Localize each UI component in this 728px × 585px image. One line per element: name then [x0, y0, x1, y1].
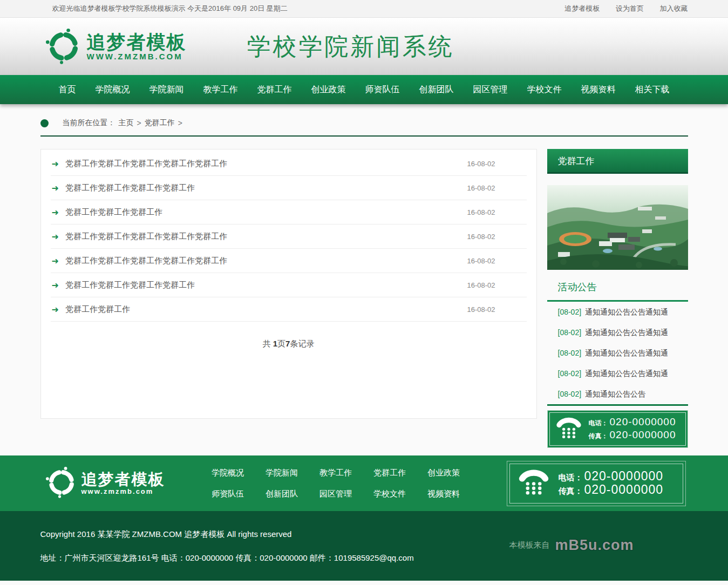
logo-url: WWW.ZMZMB.COM: [87, 52, 187, 61]
footer-link-college-overview[interactable]: 学院概况: [212, 468, 244, 478]
breadcrumb-section: 当前所在位置： 主页 > 党群工作 >: [40, 104, 688, 137]
footer-link-video-resources[interactable]: 视频资料: [427, 489, 460, 499]
sidebar-section-title: 党群工作: [547, 149, 688, 174]
footer-link-school-files[interactable]: 学校文件: [373, 489, 406, 499]
arrow-right-icon: ➜: [52, 232, 59, 242]
article-row: ➜ 党群工作党群工作党群工作党群工作 16-08-02: [51, 273, 527, 297]
notice-board: 活动公告 [08-02]通知通知公告公告通知通 [08-02]通知通知公告公告通…: [547, 276, 688, 406]
nav-item-party-work[interactable]: 党群工作: [257, 75, 292, 104]
footer-link-college-news[interactable]: 学院新闻: [266, 468, 298, 478]
notice-link[interactable]: 通知通知公告公告通知通: [585, 369, 668, 378]
article-title-link[interactable]: 党群工作党群工作党群工作党群工作党群工作: [65, 256, 467, 266]
fax-label: 传真：: [589, 430, 608, 442]
credit-prefix: 本模板来自: [509, 540, 549, 550]
topbar-link-add-favorite[interactable]: 加入收藏: [660, 4, 688, 12]
article-title-link[interactable]: 党群工作党群工作党群工作党群工作: [65, 280, 467, 290]
phone-label: 电话：: [559, 472, 583, 484]
address-text: 地址：广州市天河区迎龙路161号 电话：020-0000000 传真：020-0…: [40, 553, 688, 563]
notice-item[interactable]: [08-02]通知通知公告公告通知通: [547, 343, 688, 363]
pagination-page-label: 页: [277, 339, 285, 348]
article-date: 16-08-02: [467, 233, 495, 241]
notice-link[interactable]: 通知通知公告公告: [585, 390, 645, 398]
article-date: 16-08-02: [467, 160, 495, 168]
breadcrumb-home-link[interactable]: 主页: [119, 118, 134, 128]
notice-item[interactable]: [08-02]通知通知公告公告通知通: [547, 322, 688, 343]
topbar-link-set-homepage[interactable]: 设为首页: [616, 4, 644, 12]
notice-item[interactable]: [08-02]通知通知公告公告通知通: [547, 363, 688, 384]
breadcrumb-current-link[interactable]: 党群工作: [145, 118, 175, 128]
breadcrumb-label: 当前所在位置：: [63, 118, 115, 128]
article-title-link[interactable]: 党群工作党群工作党群工作: [65, 207, 467, 217]
notice-item[interactable]: [08-02]通知通知公告公告: [547, 384, 688, 404]
footer-logo-text: 追梦者模板 www.zmzmb.com: [81, 471, 165, 495]
template-credit: 本模板来自 mB5u.com: [509, 537, 634, 554]
article-title-link[interactable]: 党群工作党群工作: [65, 304, 467, 315]
article-row: ➜ 党群工作党群工作党群工作党群工作党群工作 16-08-02: [51, 225, 527, 249]
main-content: ➜ 党群工作党群工作党群工作党群工作党群工作 16-08-02 ➜ 党群工作党群…: [40, 149, 688, 448]
article-list: ➜ 党群工作党群工作党群工作党群工作党群工作 16-08-02 ➜ 党群工作党群…: [40, 149, 537, 419]
footer-link-party-work[interactable]: 党群工作: [373, 468, 406, 478]
nav-item-faculty[interactable]: 师资队伍: [365, 75, 400, 104]
article-date: 16-08-02: [467, 257, 495, 265]
fax-number: 020-0000000: [610, 429, 676, 441]
breadcrumb-separator: >: [137, 119, 141, 127]
site-header: 追梦者模板 WWW.ZMZMB.COM 学校学院新闻系统: [0, 18, 728, 75]
nav-item-startup-policy[interactable]: 创业政策: [311, 75, 346, 104]
topbar-link-template-home[interactable]: 追梦者模板: [564, 4, 600, 12]
phone-number: 020-0000000: [610, 416, 676, 428]
notice-date: [08-02]: [558, 390, 582, 398]
footer-logo-title: 追梦者模板: [81, 471, 165, 487]
arrow-right-icon: ➜: [52, 159, 59, 169]
mb5u-logo[interactable]: mB5u.com: [555, 537, 634, 554]
nav-item-college-overview[interactable]: 学院概况: [96, 75, 130, 104]
nav-item-school-files[interactable]: 学校文件: [527, 75, 562, 104]
article-date: 16-08-02: [467, 184, 495, 192]
nav-item-campus-management[interactable]: 园区管理: [473, 75, 508, 104]
welcome-text: 欢迎光临追梦者模板学校学院系统模板演示 今天是2016年 09月 20日 星期二: [40, 4, 288, 13]
article-date: 16-08-02: [467, 208, 495, 216]
footer-link-faculty[interactable]: 师资队伍: [212, 489, 244, 499]
sidebar: 党群工作: [547, 149, 688, 448]
logo-swirl-icon: [46, 29, 81, 64]
pagination-prefix: 共: [263, 339, 273, 348]
footer-link-startup-policy[interactable]: 创业政策: [427, 468, 460, 478]
phone-number: 020-0000000: [584, 470, 664, 482]
nav-item-home[interactable]: 首页: [59, 75, 76, 104]
article-date: 16-08-02: [467, 281, 495, 289]
sidebar-contact-card: 电话： 020-0000000 传真： 020-0000000: [547, 410, 688, 448]
arrow-right-icon: ➜: [52, 183, 59, 193]
notice-link[interactable]: 通知通知公告公告通知通: [585, 328, 668, 337]
site-title: 学校学院新闻系统: [247, 31, 454, 63]
pagination: 共 1页7条记录: [51, 339, 527, 349]
topbar-links: 追梦者模板 设为首页 加入收藏: [550, 4, 688, 13]
telephone-icon: [555, 416, 582, 442]
nav-item-teaching[interactable]: 教学工作: [203, 75, 238, 104]
notice-link[interactable]: 通知通知公告公告通知通: [585, 349, 668, 357]
notice-link[interactable]: 通知通知公告公告通知通: [585, 308, 668, 316]
arrow-right-icon: ➜: [52, 304, 59, 315]
phone-label: 电话：: [589, 417, 608, 429]
article-title-link[interactable]: 党群工作党群工作党群工作党群工作: [65, 183, 467, 193]
notice-date: [08-02]: [558, 328, 582, 337]
nav-item-downloads[interactable]: 相关下载: [635, 75, 670, 104]
footer-logo[interactable]: 追梦者模板 www.zmzmb.com: [46, 467, 165, 500]
footer-link-innovation-team[interactable]: 创新团队: [266, 489, 298, 499]
article-row: ➜ 党群工作党群工作党群工作党群工作党群工作 16-08-02: [51, 152, 527, 176]
article-title-link[interactable]: 党群工作党群工作党群工作党群工作党群工作: [65, 159, 467, 169]
article-title-link[interactable]: 党群工作党群工作党群工作党群工作党群工作: [65, 232, 467, 242]
fax-label: 传真：: [559, 485, 583, 497]
nav-item-video-resources[interactable]: 视频资料: [581, 75, 616, 104]
pagination-record-label: 条记录: [290, 339, 314, 348]
nav-item-innovation-team[interactable]: 创新团队: [419, 75, 454, 104]
site-logo[interactable]: 追梦者模板 WWW.ZMZMB.COM: [46, 29, 187, 64]
arrow-right-icon: ➜: [52, 207, 59, 217]
nav-item-college-news[interactable]: 学院新闻: [149, 75, 184, 104]
notice-item[interactable]: [08-02]通知通知公告公告通知通: [547, 302, 688, 322]
breadcrumb: 当前所在位置： 主页 > 党群工作 >: [40, 115, 688, 131]
footer-link-campus-management[interactable]: 园区管理: [319, 489, 352, 499]
logo-title: 追梦者模板: [87, 32, 187, 52]
logo-text: 追梦者模板 WWW.ZMZMB.COM: [87, 32, 187, 61]
footer-link-teaching[interactable]: 教学工作: [319, 468, 352, 478]
fax-number: 020-0000000: [584, 484, 664, 495]
arrow-right-icon: ➜: [52, 280, 59, 290]
